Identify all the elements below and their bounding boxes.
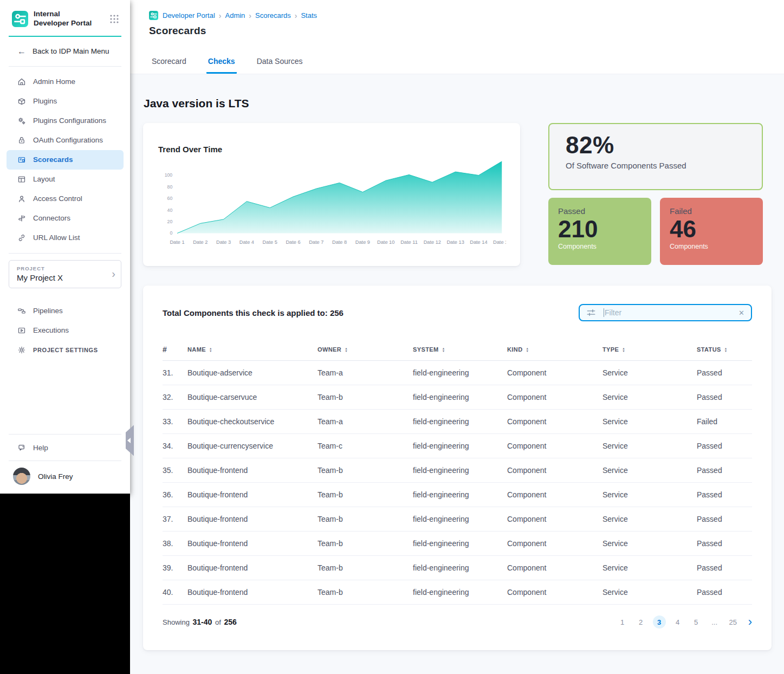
page-button-2[interactable]: 2 [634,615,647,628]
sort-icon[interactable]: ▲▼ [442,347,445,352]
page-title: Scorecards [149,25,784,37]
column-header-num[interactable]: # [163,345,187,354]
cell-status: Passed [697,393,752,401]
cell-system: field-engineering [413,515,507,523]
back-label: Back to IDP Main Menu [33,47,109,55]
table-row[interactable]: 34.Boutique-currencyserviceTeam-cfield-e… [163,434,752,458]
trend-chart-card: Trend Over Time 020406080100Date 1Date 2… [143,123,520,266]
sidebar-item-url-allow-list[interactable]: URL Allow List [7,228,124,248]
sidebar-item-project-settings[interactable]: PROJECT SETTINGS [7,340,124,360]
user-profile[interactable]: Olivia Frey [0,461,130,494]
cell-system: field-engineering [413,490,507,499]
sort-icon[interactable]: ▲▼ [209,347,212,352]
column-header-type[interactable]: TYPE▲▼ [602,346,697,353]
cell-status: Passed [697,539,752,548]
cell-system: field-engineering [413,466,507,475]
app-logo[interactable] [12,11,28,27]
person-icon [17,195,26,203]
sort-icon[interactable]: ▲▼ [345,347,348,352]
cell-type: Service [602,466,697,475]
sidebar-item-plugins[interactable]: Plugins [7,92,124,111]
page-button-25[interactable]: 25 [727,615,740,628]
filter-sliders-icon[interactable] [586,308,596,317]
breadcrumb-link-developer-portal[interactable]: Developer Portal [163,11,215,20]
sidebar-item-connectors[interactable]: Connectors [7,209,124,228]
cell-type: Service [602,490,697,499]
sidebar-item-scorecards[interactable]: Scorecards [7,150,124,170]
table-row[interactable]: 31.Boutique-adserviceTeam-afield-enginee… [163,361,752,385]
breadcrumb-link-stats[interactable]: Stats [301,11,317,20]
cell-system: field-engineering [413,417,507,426]
sidebar-item-plugins-configurations[interactable]: Plugins Configurations [7,111,124,131]
sidebar-item-admin-home[interactable]: Admin Home [7,72,124,92]
column-header-owner[interactable]: OWNER▲▼ [318,346,413,353]
lock-icon [17,136,26,145]
apps-grid-icon[interactable] [109,14,119,24]
sort-icon[interactable]: ▲▼ [526,347,529,352]
sidebar-item-oauth-configurations[interactable]: OAuth Configurations [7,131,124,150]
content: Java version is LTS Trend Over Time 0204… [130,74,784,650]
clear-filter-icon[interactable]: ✕ [737,308,746,318]
breadcrumb-link-scorecards[interactable]: Scorecards [255,11,291,20]
table-row[interactable]: 38.Boutique-frontendTeam-bfield-engineer… [163,532,752,556]
tab-checks[interactable]: Checks [206,57,237,74]
table-row[interactable]: 33.Boutique-checkoutserviceTeam-afield-e… [163,410,752,434]
column-header-system[interactable]: SYSTEM▲▼ [413,346,507,353]
table-row[interactable]: 37.Boutique-frontendTeam-bfield-engineer… [163,507,752,532]
pipelines-icon [17,307,26,315]
scorecard-icon [17,155,26,164]
page-button-4[interactable]: 4 [671,615,684,628]
table-row[interactable]: 32.Boutique-carservuceTeam-bfield-engine… [163,385,752,410]
sort-icon[interactable]: ▲▼ [724,347,728,352]
chevron-right-icon: › [112,267,115,280]
page-button-3[interactable]: 3 [653,615,666,628]
cell-name: Boutique-frontend [187,515,318,523]
filter-input[interactable] [604,308,737,317]
sort-icon[interactable]: ▲▼ [622,347,625,352]
sidebar-item-pipelines[interactable]: Pipelines [7,301,124,321]
breadcrumb-separator: › [249,12,251,20]
next-page-icon[interactable]: › [748,616,752,628]
sidebar-item-help[interactable]: Help [7,438,124,457]
failed-label: Failed [670,206,753,216]
x-axis-label: Date 15 [493,239,506,245]
user-name: Olivia Frey [38,472,73,481]
table-row[interactable]: 36.Boutique-frontendTeam-bfield-engineer… [163,483,752,507]
sidebar-item-access-control[interactable]: Access Control [7,189,124,209]
project-selector[interactable]: PROJECT My Project X › [9,260,121,288]
column-header-status[interactable]: STATUS▲▼ [697,346,752,353]
of-label: of [215,618,221,626]
cell-type: Service [602,417,697,426]
app-title: Internal Developer Portal [34,10,104,28]
table-row[interactable]: 35.Boutique-frontendTeam-bfield-engineer… [163,458,752,483]
tab-scorecard[interactable]: Scorecard [150,57,188,74]
column-header-kind[interactable]: KIND▲▼ [507,346,602,353]
cell-owner: Team-b [318,539,413,548]
back-arrow-icon: ← [17,47,26,56]
breadcrumb-link-admin[interactable]: Admin [225,11,245,20]
link-icon [17,234,26,242]
executions-icon [17,326,26,335]
page-button-1[interactable]: 1 [616,615,629,628]
y-axis-tick: 40 [167,208,173,213]
cell-type: Service [602,563,697,572]
cell-kind: Component [507,563,602,572]
table-footer: Showing 31-40 of 256 12345...25 › [163,615,752,628]
breadcrumb-logo-icon [149,11,158,20]
cell-type: Service [602,515,697,523]
pagination-ellipsis: ... [708,615,721,628]
table-row[interactable]: 39.Boutique-frontendTeam-bfield-engineer… [163,556,752,580]
column-header-name[interactable]: NAME▲▼ [187,346,318,353]
cell-name: Boutique-frontend [187,588,318,597]
filter-box: ✕ [579,304,752,321]
breadcrumb-separator: › [295,12,297,20]
table-row[interactable]: 40.Boutique-frontendTeam-bfield-engineer… [163,580,752,605]
back-to-idp-button[interactable]: ← Back to IDP Main Menu [0,37,130,66]
passed-card: Passed 210 Components [548,198,651,265]
page-button-5[interactable]: 5 [690,615,703,628]
tab-data-sources[interactable]: Data Sources [255,57,304,74]
page-header: Developer Portal › Admin › Scorecards › … [130,0,784,74]
sidebar-item-layout[interactable]: Layout [7,170,124,189]
sidebar-item-executions[interactable]: Executions [7,321,124,340]
cell-kind: Component [507,442,602,450]
